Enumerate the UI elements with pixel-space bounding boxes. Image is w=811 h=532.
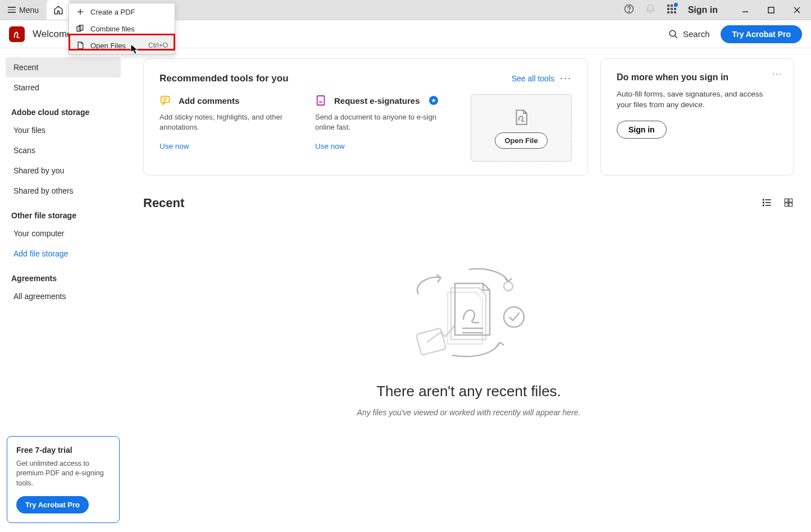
sidebar-item-your-files[interactable]: Your files [6, 120, 121, 140]
sidebar-section-other: Other file storage [11, 211, 121, 220]
svg-rect-5 [667, 8, 669, 10]
help-icon[interactable] [624, 4, 634, 16]
dropdown-label: Create a PDF [90, 8, 135, 16]
trial-title: Free 7-day trial [16, 446, 110, 455]
maximize-button[interactable] [766, 5, 776, 15]
tools-panel: Recommended tools for you See all tools … [143, 58, 588, 176]
svg-line-16 [675, 35, 677, 38]
empty-title: There aren't any recent files. [143, 383, 794, 400]
hamburger-icon [8, 7, 16, 13]
window-controls [740, 5, 802, 15]
tool-desc: Send a document to anyone to e-sign onli… [315, 112, 448, 132]
empty-desc: Any files you've viewed or worked with r… [143, 408, 794, 417]
svg-point-30 [763, 205, 764, 206]
signin-panel: ··· Do more when you sign in Auto-fill f… [600, 58, 794, 176]
titlebar-right: Sign in [624, 0, 811, 20]
sign-in-link[interactable]: Sign in [688, 5, 718, 15]
sidebar-item-shared-by-others[interactable]: Shared by others [6, 181, 121, 201]
use-now-link[interactable]: Use now [160, 142, 189, 150]
empty-state: There aren't any recent files. Any files… [143, 255, 794, 417]
svg-point-28 [763, 199, 764, 200]
svg-rect-32 [789, 199, 792, 202]
trial-desc: Get unlimited access to premium PDF and … [16, 459, 110, 489]
home-icon [53, 5, 63, 15]
content: Recent Starred Adobe cloud storage Your … [0, 48, 811, 532]
signin-title: Do more when you sign in [617, 72, 778, 82]
svg-rect-7 [674, 8, 676, 10]
minimize-button[interactable] [740, 5, 750, 15]
home-tab[interactable] [47, 0, 70, 20]
esign-icon [315, 94, 327, 107]
tool-card-esign: Request e-signatures ★ Send a document t… [315, 94, 448, 162]
svg-rect-6 [671, 8, 673, 10]
pdf-icon [512, 108, 531, 127]
main: Recommended tools for you See all tools … [126, 48, 811, 532]
use-now-link[interactable]: Use now [315, 142, 345, 150]
svg-rect-8 [667, 11, 669, 13]
svg-rect-38 [416, 328, 445, 355]
plus-icon [76, 7, 85, 16]
more-icon[interactable]: ··· [560, 72, 572, 84]
combine-icon [76, 24, 85, 33]
comment-icon [160, 94, 172, 107]
sidebar-item-your-computer[interactable]: Your computer [6, 223, 121, 244]
open-file-card[interactable]: Open File [471, 94, 572, 162]
menu-label: Menu [19, 6, 39, 15]
svg-point-37 [504, 307, 524, 327]
tool-title: Add comments [179, 96, 239, 106]
adobe-logo [9, 26, 25, 42]
svg-rect-3 [671, 4, 673, 7]
svg-rect-12 [768, 7, 774, 13]
tool-card-comments: Add comments Add sticky notes, highlight… [160, 94, 293, 162]
svg-rect-24 [317, 96, 325, 106]
sidebar-item-recent[interactable]: Recent [6, 57, 121, 77]
quick-actions-dropdown: Create a PDF Combine files Open Files Ct… [69, 3, 175, 54]
svg-rect-9 [671, 11, 673, 13]
sidebar-section-cloud: Adobe cloud storage [11, 108, 121, 117]
sidebar-item-shared-by-you[interactable]: Shared by you [6, 160, 121, 181]
open-file-button[interactable]: Open File [495, 132, 547, 149]
sidebar: Recent Starred Adobe cloud storage Your … [0, 48, 126, 532]
svg-point-39 [504, 282, 513, 291]
apps-icon[interactable] [667, 4, 677, 16]
see-all-link[interactable]: See all tools [512, 74, 554, 83]
close-button[interactable] [792, 5, 802, 15]
sidebar-item-scans[interactable]: Scans [6, 140, 121, 160]
star-badge-icon: ★ [429, 96, 438, 105]
keyboard-shortcut: Ctrl+O [148, 42, 168, 49]
combine-files-item[interactable]: Combine files [69, 20, 175, 37]
trial-card: Free 7-day trial Get unlimited access to… [7, 436, 120, 524]
open-files-item[interactable]: Open Files Ctrl+O [69, 37, 175, 54]
file-icon [76, 41, 85, 50]
grid-view-toggle[interactable] [783, 197, 794, 210]
empty-illustration [396, 255, 542, 368]
sidebar-item-all-agreements[interactable]: All agreements [6, 286, 121, 306]
try-acrobat-pro-button[interactable]: Try Acrobat Pro [721, 25, 802, 43]
svg-rect-2 [667, 4, 669, 7]
search-icon [668, 29, 678, 39]
more-icon[interactable]: ··· [772, 69, 782, 78]
signin-desc: Auto-fill forms, save signatures, and ac… [617, 89, 778, 111]
tool-title: Request e-signatures [334, 96, 420, 106]
menu-button[interactable]: Menu [0, 0, 47, 20]
bell-icon[interactable] [645, 4, 655, 16]
svg-point-15 [669, 30, 676, 36]
svg-rect-34 [789, 203, 792, 206]
recent-title: Recent [143, 196, 184, 210]
tools-title: Recommended tools for you [160, 73, 289, 84]
dropdown-label: Open Files [90, 42, 126, 50]
svg-rect-21 [161, 97, 170, 103]
recent-header: Recent [143, 196, 794, 210]
svg-rect-33 [785, 203, 788, 206]
svg-rect-31 [785, 199, 788, 202]
dropdown-label: Combine files [90, 25, 135, 33]
list-view-toggle[interactable] [762, 197, 773, 210]
create-pdf-item[interactable]: Create a PDF [69, 3, 175, 20]
search-button[interactable]: Search [668, 29, 710, 39]
trial-button[interactable]: Try Acrobat Pro [16, 496, 89, 513]
notification-dot [674, 3, 678, 7]
svg-point-1 [628, 11, 629, 12]
signin-button[interactable]: Sign in [617, 121, 667, 139]
sidebar-item-starred[interactable]: Starred [6, 77, 121, 98]
sidebar-item-add-storage[interactable]: Add file storage [6, 244, 121, 264]
